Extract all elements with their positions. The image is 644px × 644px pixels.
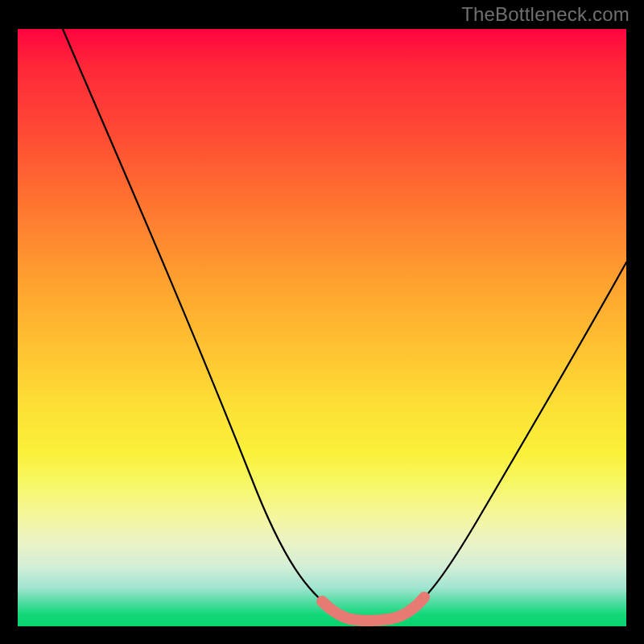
main-curve-path: [63, 29, 626, 621]
highlight-band-path: [322, 597, 424, 621]
plot-area: [18, 29, 626, 626]
curve-svg: [18, 29, 626, 626]
chart-frame: TheBottleneck.com: [0, 0, 644, 644]
watermark-text: TheBottleneck.com: [461, 3, 630, 26]
